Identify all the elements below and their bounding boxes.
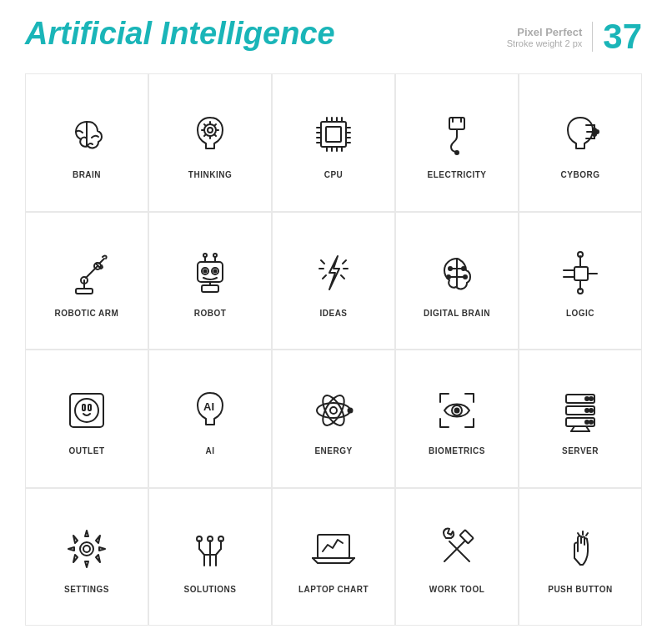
ideas-label: IDEAS <box>319 309 347 318</box>
digital-brain-label: DIGITAL BRAIN <box>424 309 490 318</box>
icon-cell-robotic-arm: ROBOTIC ARM <box>25 212 148 350</box>
icon-cell-robot: ROBOT <box>148 212 272 350</box>
svg-rect-75 <box>574 267 588 280</box>
energy-icon <box>304 381 363 440</box>
work-tool-icon <box>428 520 486 578</box>
server-icon <box>551 381 609 440</box>
svg-point-102 <box>589 409 593 412</box>
svg-line-128 <box>578 533 579 536</box>
svg-line-7 <box>204 124 206 126</box>
icon-cell-thinking: THINKING <box>148 73 272 212</box>
svg-marker-59 <box>329 256 339 289</box>
icon-cell-cpu: CPU <box>272 73 395 212</box>
svg-point-114 <box>197 536 202 541</box>
svg-rect-85 <box>83 405 85 410</box>
cyborg-label: CYBORG <box>561 170 600 179</box>
icon-cell-server: SERVER <box>519 350 642 488</box>
icon-cell-ideas: IDEAS <box>272 212 395 350</box>
biometrics-icon <box>428 381 486 440</box>
svg-point-55 <box>204 269 207 272</box>
icon-count: 37 <box>603 17 642 57</box>
svg-point-101 <box>589 397 593 400</box>
divider <box>592 22 593 52</box>
icon-cell-biometrics: BIOMETRICS <box>395 350 519 488</box>
svg-line-46 <box>99 259 104 264</box>
electricity-icon <box>428 105 486 164</box>
biometrics-label: BIOMETRICS <box>429 446 485 455</box>
svg-point-84 <box>75 399 98 422</box>
icon-cell-electricity: ELECTRICITY <box>395 73 519 212</box>
cyborg-icon <box>551 105 609 164</box>
svg-rect-124 <box>460 530 474 543</box>
svg-point-119 <box>218 536 223 541</box>
svg-point-32 <box>455 151 459 154</box>
svg-rect-86 <box>88 405 91 410</box>
svg-line-112 <box>199 549 204 555</box>
svg-point-40 <box>593 133 596 136</box>
svg-point-80 <box>578 252 583 257</box>
brain-label: BRAIN <box>73 170 101 179</box>
svg-point-49 <box>203 254 207 257</box>
icon-cell-push-button: PUSH BUTTON <box>519 488 642 626</box>
svg-line-123 <box>444 541 464 561</box>
electricity-label: ELECTRICITY <box>427 170 486 179</box>
robot-label: ROBOT <box>194 309 227 318</box>
svg-rect-11 <box>321 122 346 147</box>
svg-point-89 <box>317 403 350 418</box>
svg-point-108 <box>83 546 90 552</box>
svg-point-92 <box>349 409 353 413</box>
digital-brain-icon <box>428 244 486 302</box>
icon-cell-ai: AI AI <box>148 350 272 488</box>
svg-line-8 <box>215 135 217 137</box>
svg-text:AI: AI <box>203 400 214 413</box>
logic-label: LOGIC <box>566 309 594 318</box>
svg-point-107 <box>80 542 93 556</box>
page-title: Artificial Intelligence <box>25 17 335 52</box>
icon-cell-energy: ENERGY <box>272 350 395 488</box>
svg-line-44 <box>86 266 98 278</box>
svg-line-10 <box>204 135 206 137</box>
svg-line-60 <box>321 260 324 264</box>
svg-point-100 <box>585 420 589 424</box>
svg-point-116 <box>208 536 213 541</box>
pixel-info: Pixel Perfect Stroke weight 2 px <box>507 26 583 48</box>
icon-cell-settings: SETTINGS <box>25 488 148 626</box>
outlet-label: OUTLET <box>69 446 105 455</box>
robot-icon <box>181 244 239 302</box>
server-label: SERVER <box>562 446 599 455</box>
svg-line-64 <box>323 275 326 279</box>
robotic-arm-label: ROBOTIC ARM <box>55 309 119 318</box>
svg-point-2 <box>208 128 213 133</box>
brain-icon <box>58 105 116 164</box>
ideas-icon <box>304 244 363 302</box>
icon-cell-brain: BRAIN <box>25 73 148 212</box>
outlet-icon <box>58 381 116 440</box>
icon-cell-logic: LOGIC <box>519 212 642 350</box>
cpu-icon <box>304 105 363 164</box>
icons-grid: BRAIN <box>25 73 642 626</box>
laptop-chart-label: LAPTOP CHART <box>298 585 369 594</box>
svg-point-103 <box>589 420 593 424</box>
icon-cell-outlet: OUTLET <box>25 350 148 488</box>
svg-line-9 <box>215 124 217 126</box>
push-button-icon <box>551 520 609 578</box>
svg-rect-58 <box>202 285 218 292</box>
svg-point-98 <box>585 397 589 400</box>
svg-line-65 <box>341 275 344 279</box>
svg-line-62 <box>343 260 346 264</box>
svg-point-56 <box>214 269 217 272</box>
icon-cell-work-tool: WORK TOOL <box>395 488 519 626</box>
icon-cell-laptop-chart: LAPTOP CHART <box>272 488 395 626</box>
logic-icon <box>551 244 609 302</box>
svg-point-82 <box>578 289 583 294</box>
header: Artificial Intelligence Pixel Perfect St… <box>25 17 642 57</box>
svg-point-51 <box>213 254 217 257</box>
work-tool-label: WORK TOOL <box>429 585 485 594</box>
svg-rect-12 <box>326 127 341 142</box>
solutions-icon <box>181 520 239 578</box>
solutions-label: SOLUTIONS <box>184 585 237 594</box>
settings-label: SETTINGS <box>64 585 109 594</box>
svg-rect-29 <box>449 118 464 129</box>
push-button-label: PUSH BUTTON <box>548 585 613 594</box>
svg-point-99 <box>585 409 589 412</box>
